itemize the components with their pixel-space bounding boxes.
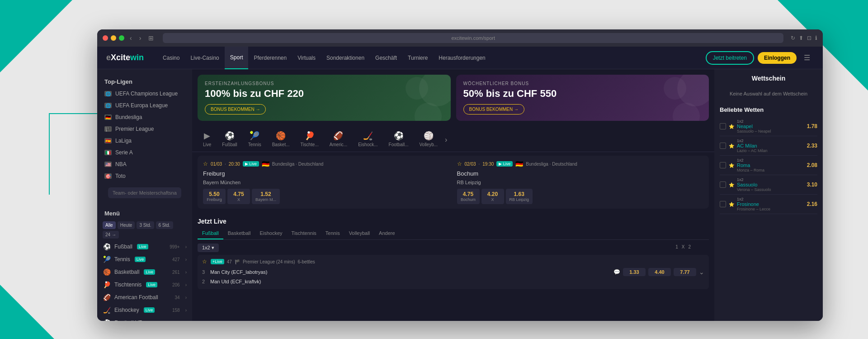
- bonus-row: Ersteinzahlungsbonus 100% bis zu CHF 220…: [192, 69, 714, 124]
- filter-3std[interactable]: 3 Std.: [137, 221, 154, 229]
- back-button[interactable]: ‹: [128, 33, 134, 43]
- bet-team-1[interactable]: AC Milan: [737, 143, 804, 148]
- tab-live[interactable]: ▶ Live: [198, 128, 217, 152]
- close-button[interactable]: [103, 35, 108, 41]
- nav-herausforderungen[interactable]: Herausforderungen: [433, 47, 491, 69]
- filter-heute[interactable]: Heute: [118, 221, 135, 229]
- live-tab-fussball[interactable]: Fußball: [198, 229, 223, 239]
- search-input[interactable]: [108, 187, 181, 198]
- sidebar-item-laliga[interactable]: 🇪🇸 LaLiga: [97, 135, 192, 147]
- bet-team-2[interactable]: Roma: [737, 162, 804, 168]
- bonus-deposit-card: Ersteinzahlungsbonus 100% bis zu CHF 220…: [198, 75, 451, 121]
- sidebar-item-uel[interactable]: 🌐 UEFA Europa League: [97, 100, 192, 111]
- sport-item-fussball[interactable]: ⚽ Fußball Live 999+ ›: [97, 240, 192, 253]
- register-button[interactable]: Jetzt beitreten: [706, 51, 754, 65]
- odd-btn-x2[interactable]: 4.20 X: [481, 189, 504, 204]
- forward-button[interactable]: ›: [137, 33, 143, 43]
- refresh-button[interactable]: ↻: [791, 35, 795, 41]
- star-icon-left[interactable]: ☆: [203, 161, 208, 167]
- sidebar-item-bundesliga[interactable]: 🇩🇪 Bundesliga: [97, 111, 192, 123]
- logo[interactable]: eXcitewin: [106, 53, 144, 62]
- filter-6std[interactable]: 6 Std.: [156, 221, 173, 229]
- tab-american[interactable]: 🏈 Americ...: [324, 128, 353, 152]
- sport-item-tennis[interactable]: 🎾 Tennis Live 427 ›: [97, 253, 192, 266]
- odd-btn-home[interactable]: 5.50 Freiburg: [203, 189, 226, 204]
- fussball-count: 999+: [170, 244, 180, 249]
- live-tab-tischtennis[interactable]: Tischtennis: [287, 229, 321, 239]
- bet-checkbox-3[interactable]: [720, 181, 726, 188]
- odd-btn-away2[interactable]: 1.63 RB Leipzig: [506, 189, 533, 204]
- tab-tennis[interactable]: 🎾 Tennis: [243, 128, 267, 152]
- bet-match-0: Sassuolo – Neapel: [737, 129, 804, 134]
- live-tab-volleyball[interactable]: Volleyball: [344, 229, 374, 239]
- live-match-star[interactable]: ☆: [202, 258, 207, 265]
- maximize-button[interactable]: [119, 35, 124, 41]
- expand-button[interactable]: ⌄: [699, 268, 704, 276]
- bookmark-button[interactable]: ⊡: [807, 35, 811, 41]
- bet-checkbox-2[interactable]: [720, 162, 726, 168]
- bet-team-4[interactable]: Frosinone: [737, 201, 804, 207]
- nav-geschaeft[interactable]: Geschäft: [370, 47, 402, 69]
- sidebar-item-serie-a[interactable]: 🇮🇹 Serie A: [97, 147, 192, 158]
- bet-checkbox-1[interactable]: [720, 143, 726, 149]
- deposit-bonus-button[interactable]: BONUS BEKOMMEN →: [205, 104, 266, 115]
- sidebar-item-premier[interactable]: 🏴 Premier League: [97, 123, 192, 135]
- live-tab-eishockey[interactable]: Eishockey: [255, 229, 287, 239]
- odd1-button[interactable]: 1.33: [623, 268, 646, 276]
- bet-team-3[interactable]: Sassuolo: [737, 182, 804, 187]
- live-tab-basketball[interactable]: Basketball: [223, 229, 255, 239]
- live-tab-andere[interactable]: Andere: [374, 229, 399, 239]
- tab-eishockey[interactable]: 🏒 Eishock...: [353, 128, 383, 152]
- eishockey-icon: 🏒: [103, 306, 111, 314]
- main-content: Top-Ligen 🌐 UEFA Champions League 🌐 UEFA…: [97, 69, 823, 321]
- sidebar-item-ucl[interactable]: 🌐 UEFA Champions League: [97, 88, 192, 100]
- odd2-button[interactable]: 7.77: [674, 268, 696, 276]
- star-icon-right[interactable]: ☆: [457, 161, 462, 167]
- nav-sonderaktionen[interactable]: Sonderaktionen: [321, 47, 370, 69]
- info-button[interactable]: ℹ: [815, 35, 817, 41]
- tab-tischtennis[interactable]: 🏓 Tischte...: [295, 128, 324, 152]
- filter-alle[interactable]: Alle: [103, 221, 116, 229]
- live-badge: +Live: [211, 259, 224, 264]
- live-tab-tennis[interactable]: Tennis: [321, 229, 344, 239]
- tab-football[interactable]: ⚽ Football...: [383, 128, 414, 152]
- football-vr-chevron: ›: [148, 320, 150, 321]
- nav-sport[interactable]: Sport: [225, 47, 249, 69]
- tab-volleyball[interactable]: 🏐 Volleyb...: [414, 128, 443, 152]
- bet-team-0[interactable]: Neapel: [737, 124, 804, 129]
- bet-checkbox-4[interactable]: [720, 201, 726, 207]
- bet-checkbox-0[interactable]: [720, 123, 726, 129]
- odds-format-button[interactable]: 1x2 ▾: [198, 244, 219, 252]
- filter-24[interactable]: 24 →: [103, 231, 119, 239]
- share-button[interactable]: ⬆: [799, 35, 803, 41]
- sport-item-american-football[interactable]: 🏈 American Football 34 ›: [97, 291, 192, 304]
- grid-button[interactable]: ⊞: [146, 33, 156, 43]
- login-button[interactable]: Einloggen: [758, 52, 797, 64]
- odd-btn-home2[interactable]: 4.75 Bochum: [457, 189, 480, 204]
- oddX-button[interactable]: 4.40: [648, 268, 671, 276]
- address-text: excitewin.com/sport: [451, 35, 495, 41]
- nav-virtuals[interactable]: Virtuals: [292, 47, 321, 69]
- nav-live-casino[interactable]: Live-Casino: [185, 47, 224, 69]
- tabs-next-button[interactable]: ›: [443, 136, 449, 144]
- sport-item-basketball[interactable]: 🏀 Basketball Live 261 ›: [97, 266, 192, 278]
- sport-item-eishockey[interactable]: 🏒 Eishockey Live 158 ›: [97, 304, 192, 316]
- address-bar[interactable]: excitewin.com/sport: [163, 33, 783, 43]
- sidebar-item-toto[interactable]: 🎯 Toto: [97, 170, 192, 182]
- weekly-bonus-button[interactable]: BONUS BEKOMMEN →: [463, 104, 524, 115]
- hamburger-icon[interactable]: ☰: [800, 53, 814, 62]
- nav-turniere[interactable]: Turniere: [402, 47, 433, 69]
- live-league-icon: 🏴: [235, 259, 240, 264]
- sidebar-item-nba[interactable]: 🇺🇸 NBA: [97, 158, 192, 170]
- tab-fussball[interactable]: ⚽ Fußball: [217, 128, 242, 152]
- live-match-header: ☆ +Live 47 🏴 Premier League (24 mins) 6-…: [202, 258, 704, 265]
- live-section-title: Jetzt Live: [198, 218, 709, 225]
- minimize-button[interactable]: [111, 35, 116, 41]
- sport-item-football-vr[interactable]: ⚽ Football VR ›: [97, 316, 192, 321]
- odd-btn-x1[interactable]: 4.75 X: [227, 189, 250, 204]
- sport-item-tischtennis[interactable]: 🏓 Tischtennis Live 206 ›: [97, 278, 192, 291]
- nav-casino[interactable]: Casino: [157, 47, 185, 69]
- tab-basketball[interactable]: 🏀 Basket...: [267, 128, 295, 152]
- odd-btn-away1[interactable]: 1.52 Bayern M...: [252, 189, 280, 204]
- nav-pferderennen[interactable]: Pferderennen: [248, 47, 292, 69]
